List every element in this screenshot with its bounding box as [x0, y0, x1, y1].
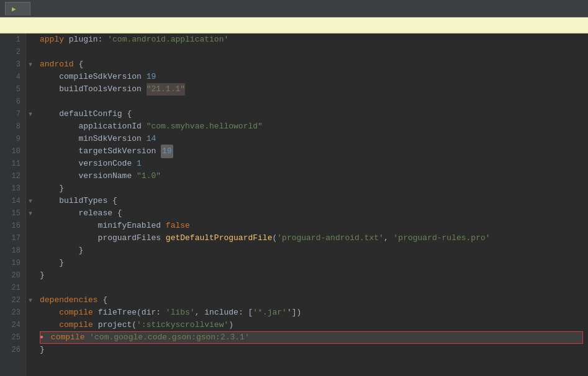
token-plain: } — [40, 269, 45, 282]
token-plain: dir: — [142, 307, 166, 319]
fold-mark[interactable]: ▼ — [26, 108, 35, 120]
line-number: 8 — [2, 120, 20, 133]
token-plain: project( — [93, 319, 137, 331]
code-line: proguardFiles getDefaultProguardFile('pr… — [40, 232, 583, 244]
line-number: 25 — [2, 331, 20, 344]
token-plain: buildTypes { — [40, 195, 117, 207]
token-plain: defaultConfig { — [40, 108, 132, 120]
token-keyword: false — [166, 220, 190, 232]
line-number: 12 — [2, 170, 20, 182]
fold-mark — [26, 257, 35, 269]
token-keyword: compile — [59, 307, 93, 319]
token-plain: versionCode — [40, 158, 137, 170]
fold-mark — [26, 83, 35, 96]
fold-mark[interactable]: ▼ — [26, 195, 35, 207]
line-number: 21 — [2, 282, 20, 294]
token-keyword: compile — [59, 319, 93, 331]
token-plain: targetSdkVersion — [40, 145, 161, 158]
code-line: dependencies { — [40, 294, 583, 307]
code-line: } — [40, 344, 583, 356]
fold-mark — [26, 46, 35, 58]
token-string: '*.jar' — [253, 307, 287, 319]
token-plain: versionName — [40, 170, 137, 182]
code-line: release { — [40, 207, 583, 220]
line-number: 24 — [2, 319, 20, 331]
token-string: 'proguard-rules.pro' — [394, 232, 491, 244]
token-plain: } — [40, 182, 64, 195]
code-line: versionName "1.0" — [40, 170, 583, 182]
token-number: 1 — [137, 158, 142, 170]
token-plain: minSdkVersion — [40, 133, 147, 145]
fold-mark — [26, 182, 35, 195]
fold-mark — [26, 170, 35, 182]
line-number: 1 — [2, 34, 20, 46]
token-number: 19 — [147, 71, 156, 83]
code-line: apply plugin: 'com.android.application' — [40, 34, 583, 46]
editor-tab[interactable]: ▶ — [5, 2, 30, 16]
code-line — [40, 46, 583, 58]
line-number: 3 — [2, 58, 20, 71]
line-number: 14 — [2, 195, 20, 207]
line-number: 18 — [2, 244, 20, 257]
token-string: 'proguard-android.txt' — [277, 232, 384, 244]
code-line: } — [40, 182, 583, 195]
code-line: } — [40, 244, 583, 257]
token-plain — [40, 319, 59, 331]
code-line: ● compile 'com.google.code.gson:gson:2.3… — [40, 331, 583, 344]
token-plain: { — [74, 58, 84, 71]
token-string: 'com.google.code.gson:gson:2.3.1' — [89, 331, 249, 344]
token-keyword: android — [40, 58, 74, 71]
code-line: applicationId "com.smyhvae.helloworld" — [40, 120, 583, 133]
token-string: "1.0" — [137, 170, 161, 182]
token-plain: plugin: — [64, 34, 107, 46]
token-keyword: apply — [40, 34, 64, 46]
fold-mark — [26, 120, 35, 133]
line-number: 6 — [2, 96, 20, 108]
code-line: buildToolsVersion "21.1.1" — [40, 83, 583, 96]
fold-mark[interactable]: ▼ — [26, 294, 35, 307]
code-line: } — [40, 257, 583, 269]
code-area[interactable]: apply plugin: 'com.android.application'a… — [35, 34, 588, 376]
fold-mark — [26, 34, 35, 46]
fold-mark[interactable]: ▼ — [26, 207, 35, 220]
error-indicator: ● — [40, 331, 43, 344]
android-icon: ▶ — [12, 5, 16, 13]
code-line: android { — [40, 58, 583, 71]
token-string: 'com.android.application' — [107, 34, 228, 46]
line-number: 13 — [2, 182, 20, 195]
code-line: compileSdkVersion 19 — [40, 71, 583, 83]
line-number: 22 — [2, 294, 20, 307]
token-string: 'libs' — [166, 307, 195, 319]
fold-mark — [26, 232, 35, 244]
fold-mark — [26, 71, 35, 83]
token-plain: } — [40, 257, 64, 269]
line-number: 17 — [2, 232, 20, 244]
code-line: versionCode 1 — [40, 158, 583, 170]
token-plain: fileTree( — [93, 307, 142, 319]
code-line: compile fileTree(dir: 'libs', include: [… — [40, 307, 583, 319]
line-number: 16 — [2, 220, 20, 232]
code-line: } — [40, 269, 583, 282]
fold-mark[interactable]: ▼ — [26, 58, 35, 71]
token-number-highlighted: 19 — [161, 145, 173, 158]
fold-mark — [26, 133, 35, 145]
token-method: getDefaultProguardFile — [166, 232, 273, 244]
title-bar: ▶ — [0, 0, 588, 17]
fold-mark — [26, 158, 35, 170]
token-plain: buildToolsVersion — [40, 83, 147, 96]
line-number: 23 — [2, 307, 20, 319]
token-plain: { — [98, 294, 108, 307]
fold-mark — [26, 282, 35, 294]
token-plain — [46, 331, 51, 344]
code-line: minSdkVersion 14 — [40, 133, 583, 145]
line-number: 26 — [2, 344, 20, 356]
fold-mark — [26, 331, 35, 344]
token-plain — [84, 331, 89, 344]
fold-mark — [26, 269, 35, 282]
token-plain: , include: [ — [195, 307, 253, 319]
token-plain: , — [384, 232, 394, 244]
fold-column: ▼▼▼▼▼ — [26, 34, 35, 376]
line-number: 7 — [2, 108, 20, 120]
fold-mark — [26, 307, 35, 319]
line-number: 11 — [2, 158, 20, 170]
